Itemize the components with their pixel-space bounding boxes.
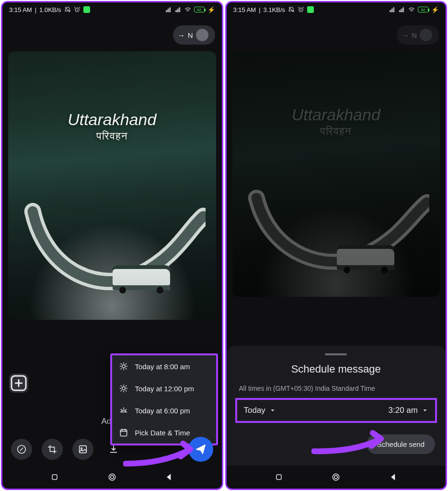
overlay-subtitle: परिवहन xyxy=(8,130,216,142)
timezone-note: All times in (GMT+05:30) India Standard … xyxy=(239,384,434,393)
status-bar: 3:15 AM | 1.0KB/s 92 ⚡ xyxy=(2,2,222,17)
road-graphic xyxy=(242,189,429,277)
photo-overlay-text: Uttarakhand परिवहन xyxy=(232,105,440,138)
send-button[interactable] xyxy=(188,437,213,462)
app-badge-icon xyxy=(83,6,90,13)
bus-graphic xyxy=(113,265,170,290)
photo-image: Uttarakhand परिवहन xyxy=(232,51,440,297)
menu-today-12pm[interactable]: Today at 12:00 pm xyxy=(112,377,216,399)
menu-label: Pick Date & Time xyxy=(135,429,190,437)
recipient-pill[interactable]: → N xyxy=(397,25,439,45)
road-graphic xyxy=(19,202,206,299)
sunset-icon xyxy=(119,406,128,415)
photo-preview[interactable]: Uttarakhand परिवहन xyxy=(8,51,216,320)
status-bar: 3:15 AM | 3.1KB/s 92 ⚡ xyxy=(227,2,446,17)
svg-point-14 xyxy=(334,476,338,479)
recipient-arrow: → xyxy=(402,31,409,39)
annotate-button[interactable] xyxy=(11,439,32,460)
menu-label: Today at 8:00 am xyxy=(135,362,190,371)
battery-icon: 92 xyxy=(194,7,205,12)
calendar-icon xyxy=(119,428,128,437)
svg-rect-6 xyxy=(80,446,87,453)
charging-icon: ⚡ xyxy=(207,6,215,13)
nav-home-icon[interactable] xyxy=(107,472,117,482)
recipient-arrow: → xyxy=(178,31,185,39)
dnd-icon xyxy=(64,6,71,13)
gallery-button[interactable] xyxy=(72,439,93,460)
add-photo-button[interactable] xyxy=(9,374,28,393)
recipient-pill[interactable]: → N xyxy=(173,25,215,45)
photo-preview: Uttarakhand परिवहन xyxy=(232,51,440,297)
alarm-icon xyxy=(74,6,80,13)
nav-recent-icon[interactable] xyxy=(274,472,284,482)
status-divider: | xyxy=(259,6,260,13)
status-net: 1.0KB/s xyxy=(39,6,61,13)
action-row xyxy=(2,437,222,462)
svg-point-10 xyxy=(110,476,114,479)
chevron-down-icon xyxy=(422,407,428,414)
avatar xyxy=(420,29,432,41)
menu-today-8am[interactable]: Today at 8:00 am xyxy=(112,355,216,377)
overlay-title: Uttarakhand xyxy=(68,110,156,129)
phone-left: 3:15 AM | 1.0KB/s 92 ⚡ → N xyxy=(1,1,223,490)
svg-rect-4 xyxy=(120,430,126,436)
nav-recent-icon[interactable] xyxy=(50,472,59,482)
wifi-icon xyxy=(408,6,415,13)
avatar xyxy=(196,29,208,41)
menu-label: Today at 6:00 pm xyxy=(135,407,190,415)
photo-overlay-text: Uttarakhand परिवहन xyxy=(8,110,216,142)
chevron-down-icon xyxy=(269,407,276,414)
svg-point-7 xyxy=(81,448,82,449)
time-picker[interactable]: 3:20 am xyxy=(389,406,428,415)
nav-back-icon[interactable] xyxy=(389,472,398,482)
image-icon xyxy=(78,444,88,455)
photo-image: Uttarakhand परिवहन xyxy=(8,51,216,320)
status-net: 3.1KB/s xyxy=(264,6,286,13)
crop-icon xyxy=(47,444,57,455)
signal-icon xyxy=(165,6,172,13)
download-icon xyxy=(108,444,119,455)
recipient-label: N xyxy=(412,31,417,39)
schedule-send-button[interactable]: Schedule send xyxy=(367,434,435,454)
battery-icon: 92 xyxy=(418,7,428,12)
signal2-icon xyxy=(399,6,405,13)
time-label: 3:20 am xyxy=(389,406,418,415)
recipient-row: → N xyxy=(2,17,222,47)
crop-button[interactable] xyxy=(42,439,63,460)
nav-bar xyxy=(227,466,446,489)
sheet-title: Schedule message xyxy=(235,363,437,375)
recipient-row: → N xyxy=(227,17,446,47)
app-badge-icon xyxy=(307,6,314,13)
wifi-icon xyxy=(184,6,191,13)
nav-bar xyxy=(2,466,222,489)
alarm-icon xyxy=(298,6,304,13)
status-time: 3:15 AM xyxy=(9,6,32,13)
signal2-icon xyxy=(175,6,182,13)
schedule-popup: Today at 8:00 am Today at 12:00 pm Today… xyxy=(110,353,218,445)
date-label: Today xyxy=(244,406,265,415)
send-icon xyxy=(195,444,207,455)
dnd-icon xyxy=(288,6,295,13)
datetime-picker: Today 3:20 am xyxy=(235,398,437,423)
download-button[interactable] xyxy=(103,439,124,460)
svg-rect-12 xyxy=(276,475,281,479)
sunrise-icon xyxy=(119,362,128,371)
phone-right: 3:15 AM | 3.1KB/s 92 ⚡ → N xyxy=(225,1,448,490)
plus-icon xyxy=(9,374,28,393)
svg-point-3 xyxy=(122,387,125,390)
charging-icon: ⚡ xyxy=(431,6,439,13)
overlay-title: Uttarakhand xyxy=(292,105,380,124)
marker-icon xyxy=(16,444,27,455)
svg-point-9 xyxy=(109,474,115,480)
date-picker[interactable]: Today xyxy=(244,406,276,415)
bus-graphic xyxy=(337,245,394,270)
menu-today-6pm[interactable]: Today at 6:00 pm xyxy=(112,399,216,421)
nav-home-icon[interactable] xyxy=(331,472,341,482)
recipient-label: N xyxy=(188,31,193,39)
sheet-handle[interactable] xyxy=(325,353,347,355)
svg-rect-8 xyxy=(52,475,57,479)
overlay-subtitle: परिवहन xyxy=(232,125,440,138)
svg-point-13 xyxy=(333,474,339,480)
schedule-sheet: Schedule message All times in (GMT+05:30… xyxy=(227,346,446,466)
nav-back-icon[interactable] xyxy=(164,472,174,482)
